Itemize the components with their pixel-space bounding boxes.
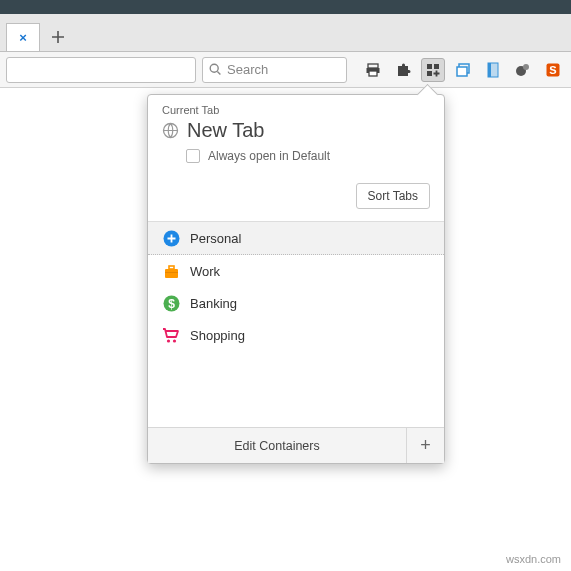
container-item-personal[interactable]: Personal — [148, 222, 444, 255]
container-item-work[interactable]: Work — [148, 255, 444, 287]
svg-point-12 — [523, 64, 529, 70]
svg-text:S: S — [549, 64, 556, 76]
svg-rect-10 — [488, 63, 491, 77]
cart-icon — [162, 326, 180, 344]
svg-point-0 — [210, 64, 218, 72]
plus-icon — [51, 30, 65, 44]
stylus-button[interactable]: S — [541, 58, 565, 82]
container-item-label: Work — [190, 264, 220, 279]
toolbar: Search S — [0, 52, 571, 88]
svg-rect-8 — [457, 67, 467, 76]
container-item-shopping[interactable]: Shopping — [148, 319, 444, 351]
book-icon — [486, 62, 500, 78]
tab-strip: × — [0, 14, 571, 52]
windows-icon — [455, 62, 471, 78]
search-bar[interactable]: Search — [202, 57, 347, 83]
containers-icon — [425, 62, 441, 78]
print-button[interactable] — [361, 58, 385, 82]
always-open-checkbox[interactable] — [186, 149, 200, 163]
browser-tab[interactable]: × — [6, 23, 40, 51]
edit-containers-button[interactable]: Edit Containers — [148, 428, 406, 463]
puzzle-icon — [395, 62, 411, 78]
current-tab-label: Current Tab — [162, 104, 430, 116]
plus-circle-icon — [162, 229, 180, 247]
container-item-label: Shopping — [190, 328, 245, 343]
container-item-banking[interactable]: $ Banking — [148, 287, 444, 319]
svg-rect-4 — [427, 64, 432, 69]
current-tab-title: New Tab — [187, 119, 264, 142]
container-list: Personal Work $ Banking Shopping — [148, 221, 444, 427]
globe-icon — [515, 62, 531, 78]
panel-header: Current Tab New Tab Always open in Defau… — [148, 95, 444, 173]
dollar-icon: $ — [162, 294, 180, 312]
container-item-label: Personal — [190, 231, 241, 246]
new-tab-button[interactable] — [44, 23, 72, 51]
sort-tabs-button[interactable]: Sort Tabs — [356, 183, 430, 209]
extensions-button[interactable] — [391, 58, 415, 82]
close-icon[interactable]: × — [19, 30, 27, 45]
svg-rect-3 — [369, 71, 377, 76]
globe-icon — [162, 122, 179, 139]
container-item-label: Banking — [190, 296, 237, 311]
search-placeholder: Search — [227, 62, 268, 77]
watermark: wsxdn.com — [506, 553, 561, 565]
network-button[interactable] — [511, 58, 535, 82]
svg-point-22 — [167, 339, 170, 342]
add-container-button[interactable]: + — [406, 428, 444, 463]
url-bar[interactable] — [6, 57, 196, 83]
svg-rect-5 — [434, 64, 439, 69]
svg-point-23 — [173, 339, 176, 342]
windows-button[interactable] — [451, 58, 475, 82]
sidebar-button[interactable] — [481, 58, 505, 82]
svg-rect-17 — [165, 269, 178, 278]
always-open-label: Always open in Default — [208, 149, 330, 163]
stylus-icon: S — [545, 62, 561, 78]
window-titlebar — [0, 0, 571, 14]
panel-footer: Edit Containers + — [148, 427, 444, 463]
briefcase-icon — [162, 262, 180, 280]
containers-button[interactable] — [421, 58, 445, 82]
svg-rect-19 — [165, 272, 178, 273]
svg-rect-1 — [368, 64, 378, 68]
svg-rect-6 — [427, 71, 432, 76]
print-icon — [365, 62, 381, 78]
containers-panel: Current Tab New Tab Always open in Defau… — [147, 94, 445, 464]
search-icon — [209, 63, 222, 76]
svg-text:$: $ — [168, 296, 175, 310]
svg-rect-18 — [169, 266, 174, 269]
